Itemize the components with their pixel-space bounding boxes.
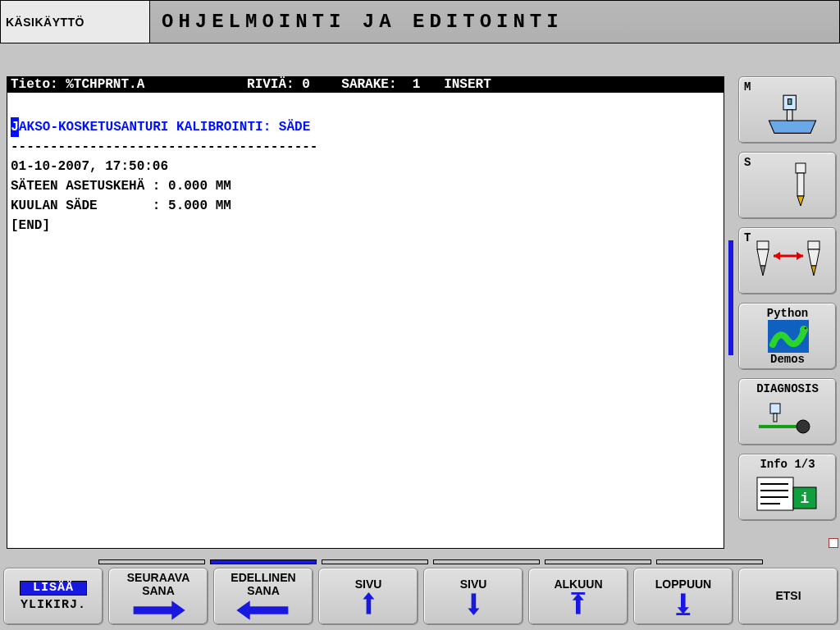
arrow-left-icon [235,599,292,622]
pager-seg-active[interactable] [210,559,317,564]
info-page-icon: i [756,474,821,514]
vkey-m[interactable]: M [738,76,837,144]
vertical-softkeys: M S T Python [738,76,837,521]
svg-rect-2 [787,110,792,121]
svg-rect-1 [788,99,792,105]
scroll-indicator [728,76,733,549]
vkey-m-label: M [744,80,751,94]
vkey-python-label-bot: Demos [739,353,836,366]
header-bar: KÄSIKÄYTTÖ OHJELMOINTI JA EDITOINTI [0,0,840,43]
svg-rect-3 [796,163,806,173]
vkey-python-label-top: Python [739,307,836,320]
svg-text:i: i [801,491,810,507]
pager-seg[interactable] [656,559,763,564]
python-snake-icon [768,320,809,353]
arrow-right-icon [130,599,187,622]
page-title: OHJELMOINTI JA EDITOINTI [150,0,840,43]
svg-point-10 [805,327,807,330]
vkey-t[interactable]: T [738,227,837,294]
hkey-insert-overwrite[interactable]: LISÄÄ YLIKIRJ. [3,568,103,625]
pager-seg[interactable] [322,559,428,564]
machine-icon [764,94,821,139]
svg-rect-5 [757,241,769,249]
softkey-pager [98,559,763,564]
option-insert-selected: LISÄÄ [20,581,87,596]
option-overwrite: YLIKIRJ. [21,599,86,612]
vkey-diagnosis[interactable]: DIAGNOSIS [738,378,837,445]
hkey-prev-word[interactable]: EDELLINENSANA [213,568,313,625]
svg-point-9 [800,326,808,334]
program-editor[interactable]: Tieto: %TCHPRNT.A RIVIÄ: 0 SARAKE: 1 INS… [7,76,724,549]
editor-body[interactable]: JAKSO-KOSKETUSANTURI KALIBROINTI: SÄDE -… [7,93,724,260]
svg-rect-11 [770,404,780,413]
hkey-to-start[interactable]: ALKUUN [528,568,628,625]
vkey-info-label: Info 1/3 [739,458,836,471]
hkey-page-down[interactable]: SIVU [423,568,523,625]
vkey-diagnosis-label: DIAGNOSIS [739,382,836,395]
mode-tab[interactable]: KÄSIKÄYTTÖ [0,0,150,43]
scroll-thumb[interactable] [728,240,733,355]
tool-change-icon [747,238,829,287]
editor-status-bar: Tieto: %TCHPRNT.A RIVIÄ: 0 SARAKE: 1 INS… [7,77,724,93]
horizontal-softkey-bar: LISÄÄ YLIKIRJ. SEURAAVASANA EDELLINENSAN… [0,559,840,630]
svg-point-14 [797,420,810,433]
hkey-next-word[interactable]: SEURAAVASANA [108,568,208,625]
vkey-s-label: S [744,156,751,169]
arrow-up-icon [362,592,376,615]
hkey-page-up[interactable]: SIVU [318,568,418,625]
spindle-icon [784,161,817,212]
hkey-search[interactable]: ETSI [738,568,838,625]
arrow-down-icon [467,592,481,615]
svg-rect-4 [797,173,804,196]
vkey-info[interactable]: Info 1/3 i [738,454,837,521]
arrow-down-bar-icon [675,592,692,615]
hkey-to-end[interactable]: LOPPUUN [633,568,733,625]
svg-rect-15 [757,477,793,510]
pager-seg[interactable] [545,559,651,564]
vkey-s[interactable]: S [738,152,837,219]
diagnosis-icon [756,402,821,438]
cursor: J [11,117,19,137]
corner-indicator-icon [829,538,838,548]
pager-seg[interactable] [433,559,540,564]
arrow-up-bar-icon [570,592,587,615]
svg-rect-6 [808,241,819,249]
pager-seg[interactable] [98,559,205,564]
svg-rect-12 [774,413,777,422]
vkey-python-demos[interactable]: Python Demos [738,303,837,370]
